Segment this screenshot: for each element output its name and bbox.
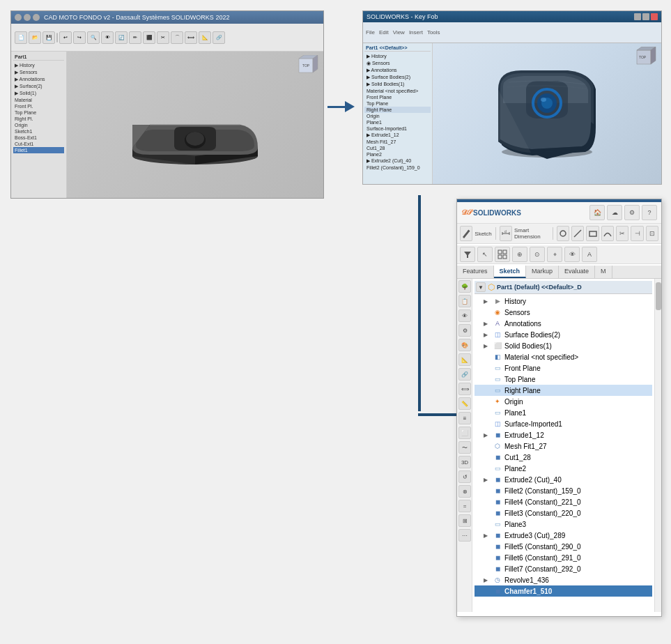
rt-annotations[interactable]: ▶ Annotations [364,67,431,74]
sw-custom-icon[interactable]: 📐 [458,353,471,366]
tree-item-cut1-28[interactable]: ◼Cut1_28 [475,452,652,463]
rt-menu-file[interactable]: File [366,29,375,36]
tb-sketch[interactable]: ✏ [129,31,141,44]
tree-item-fillet4-221[interactable]: ◼Fillet4 (Constant)_221_0 [475,496,652,507]
rt-sensors[interactable]: ◉ Sensors [364,60,431,67]
tree-item-plane2[interactable]: ▭Plane2 [475,463,652,474]
sw-spline-icon[interactable]: 〜 [458,441,471,454]
sw-rect-btn[interactable] [586,226,599,241]
sw-settings-btn[interactable]: ⚙ [624,205,640,220]
sw-arc-btn[interactable] [601,226,614,241]
tb-save[interactable]: 💾 [43,31,55,44]
sw-sketch-btn[interactable] [460,226,472,241]
tab-evaluate[interactable]: Evaluate [559,266,595,278]
tree-item-origin[interactable]: ✦Origin [475,396,652,407]
tree-item-revolve1-436[interactable]: ▶◷Revolve1_436 [475,574,652,585]
left-tree-annotations[interactable]: ▶ Annotations [13,76,64,83]
tree-item-chamfer1-510[interactable]: ◼Chamfer1_510 [475,585,652,597]
left-tree-fillet[interactable]: Fillet1 [13,147,64,153]
sw-prop-icon[interactable]: 📋 [458,295,471,307]
sw-3d-icon[interactable]: 3D [458,456,471,468]
tree-item-solid-bodies[interactable]: ▶⬜Solid Bodies(1) [475,340,652,351]
tab-markup[interactable]: Markup [526,266,559,278]
rt-extrude2-cut[interactable]: ▶ Extrude2 (Cut)_40 [364,158,431,164]
sw-intersection-icon[interactable]: ⊗ [458,485,471,498]
sw-construct-btn[interactable]: ⊙ [530,247,545,262]
tree-item-annotations[interactable]: ▶AAnnotations [475,318,652,329]
tree-item-extrude2-cut-40[interactable]: ▶◼Extrude2 (Cut)_40 [475,474,652,485]
tb-view[interactable]: 👁 [101,31,114,44]
sw-convert-icon[interactable]: ↺ [458,470,471,483]
rt-maximize[interactable] [642,13,649,20]
sw-layers-icon[interactable]: ≡ [458,412,471,424]
close-btn[interactable] [33,14,40,21]
left-tree-sensors[interactable]: ▶ Sensors [13,69,64,76]
rt-top-plane[interactable]: Top Plane [364,100,431,107]
tree-item-fillet6-291[interactable]: ◼Fillet6 (Constant)_291_0 [475,552,652,563]
left-tree-front[interactable]: Front Pl. [13,103,64,109]
left-tree-origin[interactable]: Origin [13,122,64,128]
tree-item-plane1[interactable]: ▭Plane1 [475,407,652,418]
rt-meshfit[interactable]: Mesh Fit1_27 [364,139,431,145]
sw-trim-btn[interactable]: ✂ [616,226,628,241]
rt-menu-view[interactable]: View [393,29,405,36]
sw-cloud-btn[interactable]: ☁ [607,205,622,220]
left-tree-boss[interactable]: Boss-Ext1 [13,135,64,141]
rt-surface-bodies[interactable]: ▶ Surface Bodies(2) [364,74,431,81]
sw-mate-icon[interactable]: 🔗 [458,368,471,381]
rt-extrude1[interactable]: ▶ Extrude1_12 [364,132,431,139]
rt-right-plane[interactable]: Right Plane [364,107,431,113]
sw-ref-icon[interactable]: 📏 [458,397,471,410]
tree-item-fillet5-290[interactable]: ◼Fillet5 (Constant)_290_0 [475,541,652,552]
tb-mate[interactable]: 🔗 [213,31,225,44]
tb-extrude[interactable]: ⬛ [143,31,155,44]
sw-config-icon[interactable]: ⚙ [458,324,471,337]
tb-ref[interactable]: 📐 [199,31,211,44]
rt-menu-insert[interactable]: Insert [409,29,423,36]
sw-scrollbar[interactable] [654,279,661,612]
sw-display-icon[interactable]: 👁 [458,309,471,322]
sw-more2-icon[interactable]: ⋯ [458,529,471,542]
sw-pattern-icon[interactable]: ⊞ [458,514,471,527]
tree-item-meshfit1-27[interactable]: ⬡Mesh Fit1_27 [475,440,652,452]
sw-offset-btn[interactable]: ⊡ [646,226,658,241]
tree-item-surface-imported1[interactable]: ◫Surface-Imported1 [475,418,652,429]
sw-appearance-icon[interactable]: 🎨 [458,339,471,351]
tb-redo[interactable]: ↪ [73,31,86,44]
tree-item-material[interactable]: ◧Material <not specified> [475,351,652,362]
view-cube-left[interactable]: TOP [295,55,320,79]
rt-fillet2[interactable]: Fillet2 (Constant)_159_0 [364,164,431,171]
view-cube-right-top[interactable]: TOP [633,47,658,71]
sw-help-btn[interactable]: ? [642,205,657,220]
sw-block-icon[interactable]: ⬜ [458,427,471,439]
tb-fillet[interactable]: ⌒ [171,31,183,44]
sw-scrollbar-thumb[interactable] [656,282,661,310]
left-tree-cut[interactable]: Cut-Ext1 [13,141,64,147]
tb-rotate[interactable]: 🔄 [115,31,128,44]
sw-line-btn[interactable] [571,226,584,241]
left-tree-right[interactable]: Right Pl. [13,116,64,122]
sw-eq-icon[interactable]: = [458,500,471,512]
sw-grid-btn[interactable] [495,247,510,262]
rt-plane1[interactable]: Plane1 [364,119,431,125]
sw-dim-icon[interactable]: ⟺ [458,383,471,395]
minimize-btn[interactable] [15,14,22,21]
tree-item-plane3[interactable]: ▭Plane3 [475,519,652,530]
tree-item-fillet7-292[interactable]: ◼Fillet7 (Constant)_292_0 [475,563,652,574]
sw-view-btn[interactable]: 👁 [564,247,580,262]
sw-tree-icon[interactable]: 🌳 [458,280,471,293]
rt-solid-bodies[interactable]: ▶ Solid Bodies(1) [364,81,431,88]
rt-surface-imported[interactable]: Surface-Imported1 [364,125,431,132]
sw-select-btn[interactable]: ↖ [477,247,493,262]
tab-features[interactable]: Features [457,266,494,278]
sw-snap-btn[interactable]: ⊕ [512,247,527,262]
sw-tree-filter[interactable]: ▼ [476,282,486,292]
sw-mirror-btn[interactable]: ⊣ [631,226,643,241]
tree-item-surface-bodies[interactable]: ▶◫Surface Bodies(2) [475,329,652,340]
sw-home-btn[interactable]: 🏠 [589,205,605,220]
tree-item-sensors[interactable]: ◉Sensors [475,307,652,318]
sw-relation-btn[interactable]: ⌖ [547,247,562,262]
tree-item-fillet2-159[interactable]: ◼Fillet2 (Constant)_159_0 [475,485,652,496]
tb-open[interactable]: 📂 [29,31,41,44]
tree-item-extrude1-12[interactable]: ▶◼Extrude1_12 [475,429,652,440]
